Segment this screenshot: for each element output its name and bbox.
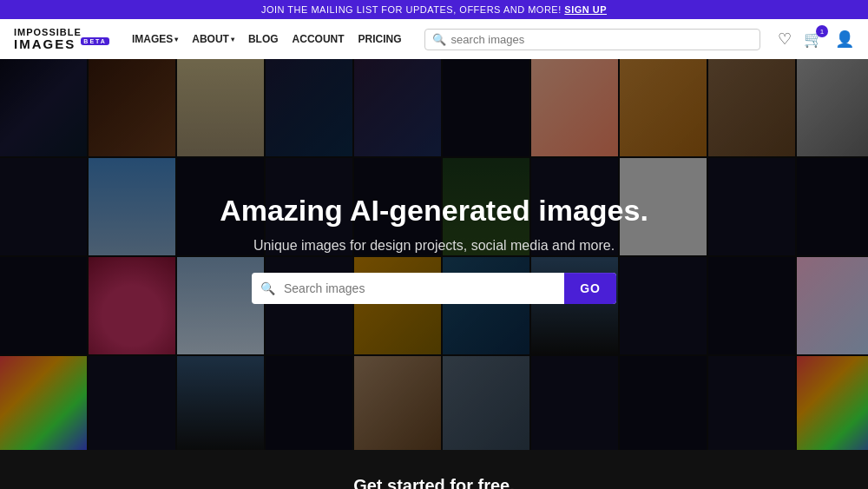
nav-item-about[interactable]: ABOUT ▾ (187, 30, 240, 49)
hero-search-input[interactable] (284, 273, 564, 304)
nav-item-pricing[interactable]: PRICING (353, 30, 407, 49)
hero-title: Amazing AI-generated images. (217, 194, 651, 228)
search-icon: 🔍 (432, 33, 446, 46)
top-banner: JOIN THE MAILING LIST FOR UPDATES, OFFER… (0, 0, 868, 19)
search-icon: 🔍 (252, 281, 284, 295)
hero-subtitle: Unique images for design projects, socia… (217, 238, 651, 254)
bottom-section: Get started for free. Sign up and get 25… (0, 450, 868, 489)
logo[interactable]: IMPOSSIBLE IMAGES BETA (14, 28, 109, 50)
hero: Amazing AI-generated images. Unique imag… (0, 59, 868, 450)
heart-icon: ♡ (778, 30, 792, 48)
banner-text: JOIN THE MAILING LIST FOR UPDATES, OFFER… (261, 4, 562, 15)
navbar: IMPOSSIBLE IMAGES BETA IMAGES ▾ABOUT ▾BL… (0, 19, 868, 59)
beta-badge: BETA (81, 37, 109, 45)
user-icon: 👤 (835, 30, 854, 48)
nav-item-blog[interactable]: BLOG (243, 30, 284, 49)
hero-search[interactable]: 🔍 GO (252, 273, 616, 304)
hero-content: Amazing AI-generated images. Unique imag… (217, 194, 651, 304)
nav-links: IMAGES ▾ABOUT ▾BLOGACCOUNTPRICING (127, 30, 407, 49)
banner-cta[interactable]: SIGN UP (564, 4, 607, 15)
logo-bottom: IMAGES BETA (14, 37, 109, 50)
navbar-search[interactable]: 🔍 (424, 29, 760, 50)
cart-button[interactable]: 🛒 1 (804, 30, 823, 49)
nav-icons: ♡ 🛒 1 👤 (778, 30, 854, 49)
nav-item-images[interactable]: IMAGES ▾ (127, 30, 183, 49)
chevron-down-icon: ▾ (174, 36, 178, 43)
cart-badge: 1 (816, 25, 828, 37)
wishlist-button[interactable]: ♡ (778, 30, 792, 49)
bottom-title: Get started for free. (0, 476, 868, 489)
chevron-down-icon: ▾ (231, 36, 234, 43)
account-button[interactable]: 👤 (835, 30, 854, 49)
hero-go-button[interactable]: GO (564, 273, 616, 304)
nav-item-account[interactable]: ACCOUNT (287, 30, 350, 49)
navbar-search-input[interactable] (451, 33, 753, 46)
